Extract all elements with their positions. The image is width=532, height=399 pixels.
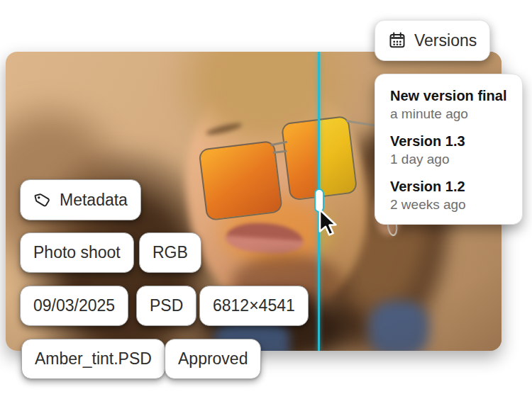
- tag-date[interactable]: 09/03/2025: [20, 286, 128, 326]
- version-item[interactable]: Version 1.3 1 day ago: [390, 132, 507, 168]
- version-time: 1 day ago: [390, 150, 507, 168]
- tag-category[interactable]: Photo shoot: [20, 232, 134, 273]
- tag-color-mode-label: RGB: [153, 243, 188, 262]
- version-name: Version 1.3: [390, 132, 507, 150]
- versions-button[interactable]: Versions: [375, 20, 490, 61]
- version-time: a minute ago: [390, 105, 507, 123]
- versions-button-label: Versions: [414, 31, 477, 50]
- tag-status-label: Approved: [178, 349, 248, 369]
- tag-file-type-label: PSD: [150, 296, 183, 315]
- mouse-cursor-icon: [318, 208, 338, 237]
- tag-status[interactable]: Approved: [165, 339, 261, 379]
- tag-file-type[interactable]: PSD: [136, 286, 196, 326]
- versions-panel: New version final a minute ago Version 1…: [375, 74, 523, 225]
- tag-color-mode[interactable]: RGB: [139, 232, 201, 273]
- asset-preview-canvas: Versions New version final a minute ago …: [0, 0, 532, 399]
- version-item[interactable]: New version final a minute ago: [390, 86, 507, 123]
- metadata-button-label: Metadata: [60, 191, 128, 210]
- tag-file-name-label: Amber_tint.PSD: [35, 349, 152, 369]
- version-name: New version final: [390, 86, 507, 105]
- metadata-button[interactable]: Metadata: [20, 179, 141, 220]
- tag-icon: [33, 191, 52, 209]
- calendar-icon: [388, 31, 406, 50]
- tag-dimensions-label: 6812×4541: [213, 296, 295, 315]
- version-item[interactable]: Version 1.2 2 weeks ago: [390, 177, 507, 213]
- tag-date-label: 09/03/2025: [33, 296, 115, 315]
- version-name: Version 1.2: [390, 177, 507, 196]
- tag-category-label: Photo shoot: [33, 243, 121, 262]
- tag-dimensions[interactable]: 6812×4541: [199, 286, 309, 326]
- tag-file-name[interactable]: Amber_tint.PSD: [21, 339, 165, 379]
- version-time: 2 weeks ago: [390, 196, 507, 213]
